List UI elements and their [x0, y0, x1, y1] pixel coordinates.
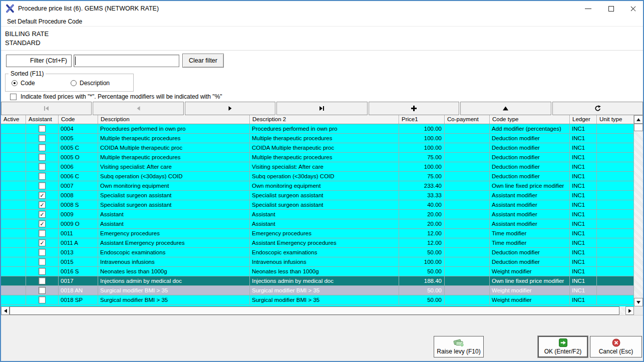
table-row[interactable]: 0005 CCOIDA Multiple therapeutic procCOI…	[1, 143, 634, 153]
minimize-icon[interactable]	[584, 5, 592, 13]
assistant-checkbox-checked[interactable]: ✓	[39, 192, 46, 199]
cell-ledger: INC1	[570, 238, 597, 247]
assistant-checkbox-checked[interactable]: ✓	[39, 211, 46, 218]
table-row[interactable]: ✓0008Specialist surgeon assistantSpecial…	[1, 191, 634, 200]
scroll-down-icon[interactable]	[634, 298, 643, 306]
table-row[interactable]: 0017Injections admin by medical docInjec…	[1, 276, 634, 286]
table-row[interactable]: 0005 OMultiple therapeutic proceduresMul…	[1, 153, 634, 162]
column-header-description[interactable]: Description	[98, 115, 250, 124]
assistant-checkbox[interactable]	[39, 173, 46, 180]
cell-ledger: INC1	[570, 200, 597, 209]
table-row[interactable]: 0011Emergency proceduresEmergency proced…	[1, 229, 634, 238]
cell-co-payment	[445, 162, 490, 171]
prior-record-button[interactable]	[93, 102, 183, 115]
table-row[interactable]: 0016 SNeonates less than 1000gNeonates l…	[1, 267, 634, 276]
horizontal-scrollbar[interactable]	[1, 306, 634, 315]
fixed-prices-checkbox[interactable]	[10, 94, 17, 100]
assistant-checkbox[interactable]	[39, 268, 46, 275]
cell-co-payment	[445, 257, 490, 266]
assistant-checkbox-checked[interactable]: ✓	[39, 220, 46, 227]
table-row[interactable]: ✓0008 SSpecialist surgeon assistantSpeci…	[1, 200, 634, 210]
insert-record-button[interactable]	[369, 102, 459, 115]
assistant-checkbox[interactable]	[39, 249, 46, 256]
scroll-left-icon[interactable]	[1, 306, 10, 315]
table-row[interactable]: 0018 ANSurgical modifier BMI > 35Surgica…	[1, 286, 634, 295]
cell-description2: Emergency procedures	[250, 229, 399, 238]
vertical-scrollbar[interactable]	[634, 115, 643, 306]
cell-price1: 40.00	[399, 200, 445, 209]
cell-active	[1, 276, 26, 285]
vertical-scroll-thumb[interactable]	[634, 124, 643, 131]
table-row[interactable]: ✓0009AssistantAssistant20.00Assistant mo…	[1, 210, 634, 219]
last-record-button[interactable]	[276, 102, 367, 115]
assistant-checkbox[interactable]	[39, 154, 46, 161]
first-icon	[43, 106, 50, 111]
cell-co-payment	[445, 200, 490, 209]
assistant-checkbox-checked[interactable]: ✓	[39, 239, 46, 246]
cell-code: 0004	[59, 124, 98, 133]
sort-by-code-radio[interactable]: Code	[12, 80, 71, 87]
cell-unit-type	[597, 143, 634, 152]
column-header-unit-type[interactable]: Unit type	[597, 115, 634, 124]
assistant-checkbox[interactable]	[39, 182, 46, 189]
table-row[interactable]: 0005Multiple therapeutic proceduresMulti…	[1, 134, 634, 143]
cancel-button[interactable]: Cancel (Esc)	[590, 336, 642, 357]
scroll-up-icon[interactable]	[634, 115, 643, 124]
cell-description2: Assistant Emergency procedures	[250, 238, 399, 247]
close-icon[interactable]	[629, 5, 637, 13]
table-row[interactable]: 0015Intravenous infusionsIntravenous inf…	[1, 257, 634, 267]
cell-assistant	[26, 229, 59, 238]
column-header-description-2[interactable]: Description 2	[250, 115, 399, 124]
refresh-button[interactable]	[552, 102, 643, 115]
menu-set-default-procedure-code[interactable]: Set Default Procedure Code	[5, 18, 84, 26]
cell-description2: Assistant	[250, 210, 399, 219]
column-header-ledger[interactable]: Ledger	[570, 115, 597, 124]
ok-button[interactable]: OK (Enter/F2)	[538, 336, 588, 357]
table-row[interactable]: ✓0011 AAssistant Emergency proceduresAss…	[1, 238, 634, 248]
cell-active	[1, 210, 26, 219]
assistant-checkbox[interactable]	[39, 296, 46, 303]
sort-by-description-radio[interactable]: Description	[71, 80, 130, 87]
table-row[interactable]: 0006Visiting specialist: After careVisit…	[1, 162, 634, 172]
assistant-checkbox[interactable]	[39, 163, 46, 170]
column-header-active[interactable]: Active	[1, 115, 26, 124]
column-header-co-payment[interactable]: Co-payment	[445, 115, 490, 124]
cell-description: Multiple therapeutic procedures	[98, 153, 250, 162]
assistant-checkbox[interactable]	[39, 144, 46, 151]
table-row[interactable]: 0007Own monitoring equipmentOwn monitori…	[1, 181, 634, 191]
cell-code: 0005 O	[59, 153, 98, 162]
assistant-checkbox[interactable]	[39, 135, 46, 142]
assistant-checkbox[interactable]	[39, 125, 46, 132]
procedure-price-list-window: Procedure price list (6). GEMS (NETWORK …	[0, 0, 644, 362]
cell-assistant: ✓	[26, 191, 59, 200]
column-header-code-type[interactable]: Code type	[490, 115, 570, 124]
filter-label[interactable]: Filter (Ctrl+F)	[6, 55, 72, 67]
scroll-right-icon[interactable]	[625, 306, 634, 315]
filter-input[interactable]	[74, 55, 179, 67]
assistant-checkbox[interactable]	[39, 230, 46, 237]
horizontal-scroll-thumb[interactable]	[10, 306, 619, 315]
table-row[interactable]: 0006 CSubq operation (<30days) COIDSubq …	[1, 172, 634, 181]
next-record-button[interactable]	[185, 102, 275, 115]
table-row[interactable]: 0018 SPSurgical modifier BMI > 35Surgica…	[1, 295, 634, 305]
assistant-checkbox[interactable]	[39, 277, 46, 284]
table-row[interactable]: 0013Endoscopic examinationsEndoscopic ex…	[1, 248, 634, 257]
raise-levy-button[interactable]: Raise levy (F10)	[434, 336, 484, 357]
cell-price1: 100.00	[399, 143, 445, 152]
column-header-price1[interactable]: Price1	[399, 115, 445, 124]
cell-co-payment	[445, 143, 490, 152]
clear-filter-button[interactable]: Clear filter	[182, 54, 224, 68]
cell-code-type: Assistant modifier	[490, 200, 570, 209]
maximize-icon[interactable]	[607, 5, 615, 13]
table-row[interactable]: ✓0009 OAssistantAssistant20.00Assistant …	[1, 219, 634, 229]
first-record-button[interactable]	[1, 102, 92, 115]
fixed-prices-checkbox-row[interactable]: Indicate fixed prices with "*". Percenta…	[10, 93, 222, 100]
assistant-checkbox[interactable]	[39, 287, 46, 294]
cell-code-type: Weight modifier	[490, 295, 570, 304]
column-header-assistant[interactable]: Assistant	[26, 115, 59, 124]
column-header-code[interactable]: Code	[59, 115, 98, 124]
edit-record-button[interactable]	[460, 102, 551, 115]
assistant-checkbox[interactable]	[39, 258, 46, 265]
assistant-checkbox-checked[interactable]: ✓	[39, 201, 46, 208]
table-row[interactable]: 0004Procedures performed in own proProce…	[1, 124, 634, 134]
